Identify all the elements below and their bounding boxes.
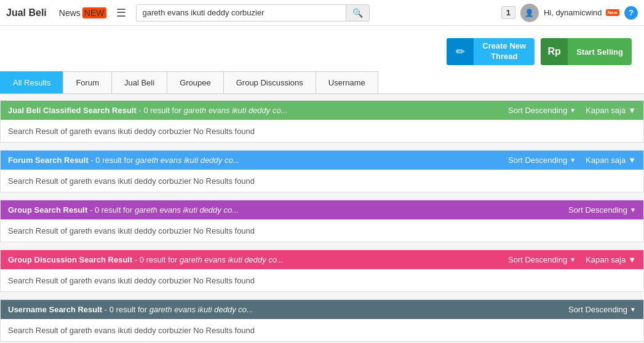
result-body-text: Search Result of gareth evans ikuti dedd… xyxy=(8,176,255,186)
result-title: Forum Search Result xyxy=(8,156,89,165)
result-query: gareth evans ikuti deddy co... xyxy=(149,305,253,314)
result-query: gareth evans ikuti deddy co... xyxy=(135,205,239,215)
news-label: News xyxy=(59,8,81,18)
help-icon[interactable]: ? xyxy=(624,6,638,20)
result-header-groupdiscussion: Group Discussion Search Result - 0 resul… xyxy=(1,250,643,269)
result-body-jualbeli: Search Result of gareth evans ikuti dedd… xyxy=(1,120,643,142)
logo: Jual Beli xyxy=(6,7,47,18)
kapan-dropdown-groupdiscussion[interactable]: Kapan saja ▼ xyxy=(586,255,636,264)
result-body-group: Search Result of gareth evans ikuti dedd… xyxy=(1,219,643,242)
result-body-forum: Search Result of gareth evans ikuti dedd… xyxy=(1,170,643,192)
sort-label: Sort Descending xyxy=(568,205,627,215)
result-body-text: Search Result of gareth evans ikuti dedd… xyxy=(8,226,255,235)
sort-dropdown-forum[interactable]: Sort Descending ▼ xyxy=(508,156,576,165)
search-box: 🔍 xyxy=(136,4,370,22)
create-thread-icon: ✏ xyxy=(447,38,474,65)
sort-label: Sort Descending xyxy=(508,156,567,165)
result-header-controls-username: Sort Descending ▼ xyxy=(568,305,636,314)
result-header-jualbeli: Jual Beli Classified Search Result - 0 r… xyxy=(1,101,643,120)
result-query: gareth evans ikuti deddy co... xyxy=(180,255,284,264)
result-body-text: Search Result of gareth evans ikuti dedd… xyxy=(8,276,255,285)
kapan-arrow-icon: ▼ xyxy=(628,106,636,115)
sort-label: Sort Descending xyxy=(568,305,627,314)
notification-badge[interactable]: 1 xyxy=(501,6,515,19)
result-body-groupdiscussion: Search Result of gareth evans ikuti dedd… xyxy=(1,269,643,291)
result-section-groupdiscussion: Group Discussion Search Result - 0 resul… xyxy=(0,250,644,292)
sort-arrow-icon: ▼ xyxy=(570,157,576,164)
result-header-title-forum: Forum Search Result - 0 result for garet… xyxy=(8,156,239,165)
result-header-username: Username Search Result - 0 result for ga… xyxy=(1,300,643,319)
result-count: - 0 result for xyxy=(105,305,149,314)
avatar: 👤 xyxy=(520,4,539,22)
hi-user: Hi, dynamicwind New xyxy=(544,8,619,17)
search-input[interactable] xyxy=(137,5,346,20)
result-title: Username Search Result xyxy=(8,305,102,314)
menu-icon[interactable]: ☰ xyxy=(116,6,126,20)
result-query: gareth evans ikuti deddy co... xyxy=(135,156,239,165)
action-area: ✏ Create NewThread Rp Start Selling xyxy=(0,26,644,71)
result-section-group: Group Search Result - 0 result for garet… xyxy=(0,200,644,242)
result-header-forum: Forum Search Result - 0 result for garet… xyxy=(1,151,643,170)
new-badge: New xyxy=(606,9,619,16)
tab-group-discussions[interactable]: Group Discussions xyxy=(223,71,316,93)
kapan-label: Kapan saja xyxy=(586,255,626,264)
tab-username[interactable]: Username xyxy=(316,71,378,93)
sort-dropdown-groupdiscussion[interactable]: Sort Descending ▼ xyxy=(508,255,576,264)
result-count: - 0 result for xyxy=(138,106,183,115)
tab-groupee[interactable]: Groupee xyxy=(167,71,224,93)
sort-arrow-icon: ▼ xyxy=(630,306,636,313)
result-header-controls-jualbeli: Sort Descending ▼ Kapan saja ▼ xyxy=(508,106,636,115)
result-body-text: Search Result of gareth evans ikuti dedd… xyxy=(8,127,255,136)
tab-forum[interactable]: Forum xyxy=(63,71,112,93)
start-selling-button[interactable]: Rp Start Selling xyxy=(541,38,632,65)
news-badge: NEW xyxy=(82,7,106,18)
sort-label: Sort Descending xyxy=(508,106,567,115)
kapan-arrow-icon: ▼ xyxy=(628,255,636,264)
result-header-title-groupdiscussion: Group Discussion Search Result - 0 resul… xyxy=(8,255,284,264)
result-title: Group Search Result xyxy=(8,205,87,215)
tab-jual-beli[interactable]: Jual Beli xyxy=(111,71,167,93)
search-results: Jual Beli Classified Search Result - 0 r… xyxy=(0,94,644,343)
create-thread-label: Create NewThread xyxy=(474,41,535,62)
kapan-dropdown-jualbeli[interactable]: Kapan saja ▼ xyxy=(586,106,636,115)
result-count: - 0 result for xyxy=(90,156,135,165)
header-right: 1 👤 Hi, dynamicwind New ? xyxy=(501,4,638,22)
result-section-username: Username Search Result - 0 result for ga… xyxy=(0,299,644,342)
tabs-row: All Results Forum Jual Beli Groupee Grou… xyxy=(0,71,644,94)
sort-arrow-icon: ▼ xyxy=(570,107,576,114)
result-count: - 0 result for xyxy=(90,205,135,215)
result-count: - 0 result for xyxy=(135,255,180,264)
result-body-text: Search Result of gareth evans ikuti dedd… xyxy=(8,326,255,335)
create-thread-button[interactable]: ✏ Create NewThread xyxy=(447,38,535,65)
result-query: gareth evans ikuti deddy co... xyxy=(183,106,287,115)
kapan-label: Kapan saja xyxy=(586,156,626,165)
sort-dropdown-username[interactable]: Sort Descending ▼ xyxy=(568,305,636,314)
start-selling-label: Start Selling xyxy=(568,47,632,57)
kapan-dropdown-forum[interactable]: Kapan saja ▼ xyxy=(586,156,636,165)
news-nav[interactable]: News NEW xyxy=(59,7,106,18)
result-section-jualbeli: Jual Beli Classified Search Result - 0 r… xyxy=(0,100,644,143)
result-header-title-group: Group Search Result - 0 result for garet… xyxy=(8,205,239,215)
tab-all-results[interactable]: All Results xyxy=(0,71,63,93)
result-header-controls-groupdiscussion: Sort Descending ▼ Kapan saja ▼ xyxy=(508,255,636,264)
result-header-controls-forum: Sort Descending ▼ Kapan saja ▼ xyxy=(508,156,636,165)
kapan-label: Kapan saja xyxy=(586,106,626,115)
start-selling-icon: Rp xyxy=(541,38,568,65)
result-header-title-jualbeli: Jual Beli Classified Search Result - 0 r… xyxy=(8,106,288,115)
sort-arrow-icon: ▼ xyxy=(630,207,636,213)
sort-label: Sort Descending xyxy=(508,255,567,264)
sort-dropdown-jualbeli[interactable]: Sort Descending ▼ xyxy=(508,106,576,115)
sort-dropdown-group[interactable]: Sort Descending ▼ xyxy=(568,205,636,215)
result-header-group: Group Search Result - 0 result for garet… xyxy=(1,200,643,219)
search-button[interactable]: 🔍 xyxy=(346,5,369,21)
result-section-forum: Forum Search Result - 0 result for garet… xyxy=(0,150,644,192)
result-header-title-username: Username Search Result - 0 result for ga… xyxy=(8,305,253,314)
result-title: Jual Beli Classified Search Result xyxy=(8,106,137,115)
sort-arrow-icon: ▼ xyxy=(570,256,576,263)
kapan-arrow-icon: ▼ xyxy=(628,156,636,165)
result-header-controls-group: Sort Descending ▼ xyxy=(568,205,636,215)
result-title: Group Discussion Search Result xyxy=(8,255,132,264)
header: Jual Beli News NEW ☰ 🔍 1 👤 Hi, dynamicwi… xyxy=(0,0,644,26)
result-body-username: Search Result of gareth evans ikuti dedd… xyxy=(1,319,643,341)
